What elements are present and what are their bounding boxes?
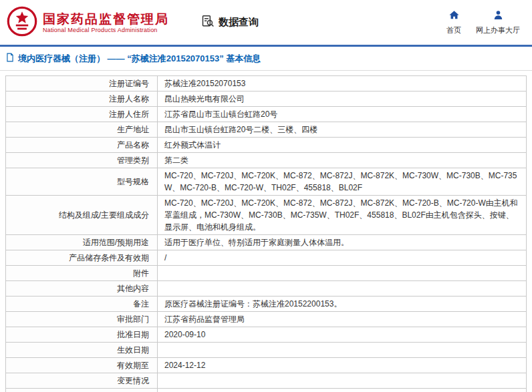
table-row-valid-until: 有效期至 2024-12-12 <box>6 358 527 373</box>
row-value: 红外额式体温计 <box>158 138 527 153</box>
row-value: 江苏省昆山市玉山镇台虹路20号 <box>158 107 527 122</box>
agency-name-en: National Medical Products Administration <box>43 27 169 33</box>
table-row-change-status: 变更情况 <box>6 373 527 389</box>
header-right-nav: 首页 网上办事大厅 <box>446 9 520 35</box>
table-row-composition: 结构及组成/主要组成成分 MC-720、MC-720J、MC-720K、MC-8… <box>6 196 527 235</box>
table-row-model-specs: 型号规格 MC-720、MC-720J、MC-720K、MC-872、MC-87… <box>6 168 527 196</box>
table-row-registrant-address: 注册人住所 江苏省昆山市玉山镇台虹路20号 <box>6 107 527 122</box>
document-icon <box>5 53 15 65</box>
table-row-production-address: 生产地址 昆山市玉山镇台虹路20号二楼、三楼、四楼 <box>6 122 527 138</box>
table-row-other-content: 其他内容 <box>6 281 527 297</box>
row-label: 生产地址 <box>6 122 158 138</box>
row-label: 有效期至 <box>6 358 158 373</box>
row-label: 附件 <box>6 266 158 281</box>
row-value: 适用于医疗单位、特别适用于家庭测量人体体温用。 <box>158 235 527 250</box>
row-label: 注册人住所 <box>6 107 158 122</box>
table-row-intended-use: 适用范围/预期用途 适用于医疗单位、特别适用于家庭测量人体体温用。 <box>6 235 527 250</box>
nav-home-label: 首页 <box>446 25 461 35</box>
row-value: 昆山热映光电有限公司 <box>158 91 527 107</box>
row-value: 江苏省药品监督管理局 <box>158 312 527 327</box>
agency-names: 国家药品监督管理局 National Medical Products Admi… <box>43 11 169 34</box>
nav-data-query[interactable]: 数据查询 <box>201 15 259 31</box>
row-value <box>158 266 527 281</box>
agency-logo-block: 国家药品监督管理局 National Medical Products Admi… <box>7 6 169 39</box>
row-label: 审批部门 <box>6 312 158 327</box>
table-row-registrant-name: 注册人名称 昆山热映光电有限公司 <box>6 91 527 107</box>
breadcrumb-text: 境内医疗器械（注册） —— “苏械注准20152070153” 基本信息 <box>18 53 261 65</box>
table-row-note: 注 详情 <box>6 389 527 392</box>
row-label: 批准日期 <box>6 327 158 343</box>
row-value: 原医疗器械注册证编号：苏械注准20152200153。 <box>158 297 527 312</box>
agency-name-cn: 国家药品监督管理局 <box>43 11 169 27</box>
row-value <box>158 281 527 297</box>
site-header: 国家药品监督管理局 National Medical Products Admi… <box>0 0 532 47</box>
national-emblem-icon <box>7 6 37 39</box>
row-label: 变更情况 <box>6 373 158 389</box>
row-value: 苏械注准20152070153 <box>158 76 527 91</box>
table-row-management-category: 管理类别 第二类 <box>6 153 527 168</box>
row-value: 第二类 <box>158 153 527 168</box>
nav-service-hall-label: 网上办事大厅 <box>476 25 520 35</box>
row-label: 生效日期 <box>6 343 158 358</box>
row-label: 注册人名称 <box>6 91 158 107</box>
row-label: 注册证编号 <box>6 76 158 91</box>
data-query-label: 数据查询 <box>219 16 259 29</box>
nav-home[interactable]: 首页 <box>446 9 461 35</box>
table-row-effective-date: 生效日期 <box>6 343 527 358</box>
row-value: 详情 <box>158 389 527 392</box>
registration-info-table: 注册证编号 苏械注准20152070153 注册人名称 昆山热映光电有限公司 注… <box>5 75 527 392</box>
row-value: 昆山市玉山镇台虹路20号二楼、三楼、四楼 <box>158 122 527 138</box>
person-icon <box>493 9 504 23</box>
table-row-storage-conditions: 产品储存条件及有效期 / <box>6 250 527 266</box>
row-label: 管理类别 <box>6 153 158 168</box>
nav-service-hall[interactable]: 网上办事大厅 <box>476 9 520 35</box>
row-label: 产品名称 <box>6 138 158 153</box>
row-label: 备注 <box>6 297 158 312</box>
row-value: MC-720、MC-720J、MC-720K、MC-872、MC-872J、MC… <box>158 168 527 196</box>
row-value <box>158 343 527 358</box>
row-value: MC-720、MC-720J、MC-720K、MC-872、MC-872J、MC… <box>158 196 527 235</box>
row-label: 适用范围/预期用途 <box>6 235 158 250</box>
row-label: 注 <box>6 389 158 392</box>
row-value: / <box>158 250 527 266</box>
table-row-approval-department: 审批部门 江苏省药品监督管理局 <box>6 312 527 327</box>
table-row-remarks: 备注 原医疗器械注册证编号：苏械注准20152200153。 <box>6 297 527 312</box>
row-label: 其他内容 <box>6 281 158 297</box>
row-value: 2024-12-12 <box>158 358 527 373</box>
row-label: 型号规格 <box>6 168 158 196</box>
row-label: 产品储存条件及有效期 <box>6 250 158 266</box>
data-query-icon <box>201 15 215 31</box>
row-value: 2020-09-10 <box>158 327 527 343</box>
breadcrumb: 境内医疗器械（注册） —— “苏械注准20152070153” 基本信息 <box>0 47 532 71</box>
table-row-product-name: 产品名称 红外额式体温计 <box>6 138 527 153</box>
home-icon <box>448 9 460 23</box>
table-row-reg-number: 注册证编号 苏械注准20152070153 <box>6 76 527 91</box>
table-row-approval-date: 批准日期 2020-09-10 <box>6 327 527 343</box>
row-label: 结构及组成/主要组成成分 <box>6 196 158 235</box>
row-value <box>158 373 527 389</box>
table-row-attachments: 附件 <box>6 266 527 281</box>
